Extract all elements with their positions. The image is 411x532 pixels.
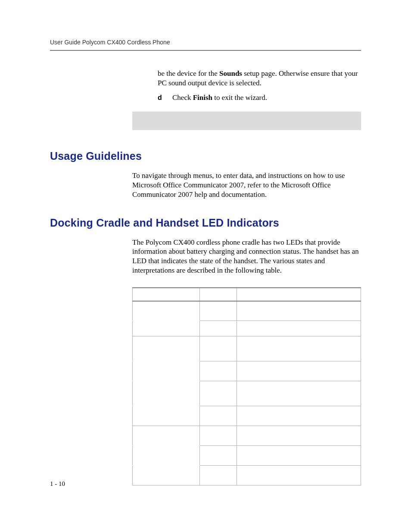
table-cell bbox=[199, 426, 237, 446]
table-cell bbox=[133, 406, 200, 426]
led-body: The Polycom CX400 cordless phone cradle … bbox=[132, 238, 361, 275]
table-cell bbox=[237, 466, 361, 485]
usage-body: To navigate through menus, to enter data… bbox=[132, 171, 361, 199]
table-cell bbox=[237, 336, 361, 361]
table-header-cell bbox=[199, 288, 237, 301]
table-row bbox=[133, 321, 361, 336]
table-cell bbox=[133, 381, 200, 406]
table-cell bbox=[237, 426, 361, 446]
list-marker: d bbox=[158, 93, 172, 103]
table-header-cell bbox=[237, 288, 361, 301]
table-cell bbox=[237, 406, 361, 426]
note-band bbox=[132, 112, 361, 130]
led-table bbox=[132, 287, 361, 486]
text-fragment: be the device for the bbox=[158, 69, 219, 78]
bold-finish: Finish bbox=[193, 93, 212, 102]
table-cell bbox=[199, 361, 237, 381]
table-cell bbox=[199, 466, 237, 485]
text-fragment: to exit the wizard. bbox=[212, 93, 267, 102]
table-cell bbox=[133, 446, 200, 466]
table-row bbox=[133, 466, 361, 485]
running-header: User Guide Polycom CX400 Cordless Phone bbox=[50, 39, 361, 51]
table-cell bbox=[237, 446, 361, 466]
table-cell bbox=[133, 321, 200, 336]
table-row bbox=[133, 446, 361, 466]
table-cell bbox=[237, 321, 361, 336]
table-cell bbox=[133, 301, 200, 321]
table-row bbox=[133, 381, 361, 406]
table-cell bbox=[199, 446, 237, 466]
table-row bbox=[133, 301, 361, 321]
bold-sounds: Sounds bbox=[219, 69, 242, 78]
table-cell bbox=[237, 381, 361, 406]
table-cell bbox=[199, 381, 237, 406]
table-row bbox=[133, 336, 361, 361]
table-cell bbox=[133, 361, 200, 381]
continuation-block: be the device for the Sounds setup page.… bbox=[158, 69, 361, 102]
led-table-wrap bbox=[132, 287, 361, 486]
continuation-paragraph: be the device for the Sounds setup page.… bbox=[158, 69, 361, 88]
table-cell bbox=[133, 336, 200, 361]
heading-usage-guidelines: Usage Guidelines bbox=[50, 150, 361, 162]
table-cell bbox=[199, 321, 237, 336]
table-cell bbox=[133, 426, 200, 446]
table-header-cell bbox=[133, 288, 200, 301]
table-cell bbox=[237, 361, 361, 381]
table-cell bbox=[199, 336, 237, 361]
table-cell bbox=[199, 406, 237, 426]
table-cell bbox=[237, 301, 361, 321]
list-item-d: d Check Finish to exit the wizard. bbox=[158, 93, 361, 103]
page-number: 1 - 10 bbox=[50, 480, 65, 488]
table-cell bbox=[133, 466, 200, 485]
table-row bbox=[133, 426, 361, 446]
list-body: Check Finish to exit the wizard. bbox=[172, 93, 361, 103]
page-content: User Guide Polycom CX400 Cordless Phone … bbox=[0, 0, 411, 485]
text-fragment: Check bbox=[172, 93, 193, 102]
table-header-row bbox=[133, 288, 361, 301]
table-cell bbox=[199, 301, 237, 321]
heading-led-indicators: Docking Cradle and Handset LED Indicator… bbox=[50, 217, 361, 229]
table-row bbox=[133, 361, 361, 381]
table-row bbox=[133, 406, 361, 426]
